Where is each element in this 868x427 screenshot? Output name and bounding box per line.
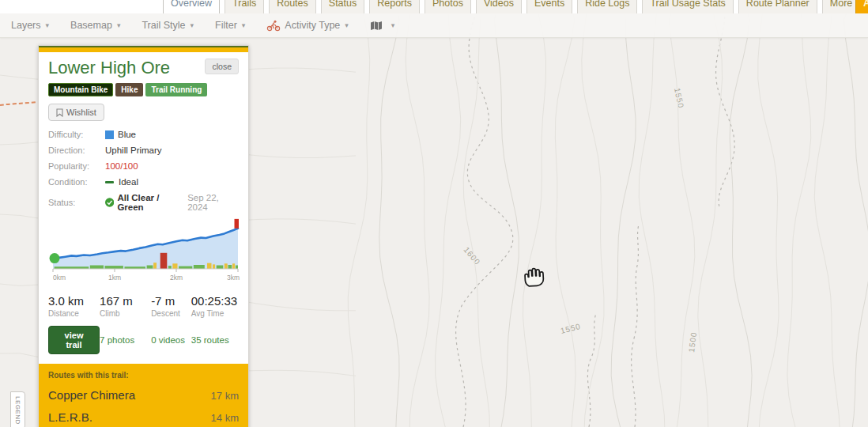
condition-ideal-icon (105, 181, 114, 183)
route-distance: 14 km (211, 412, 239, 424)
contour-elevation-label: 1500 (687, 331, 698, 353)
activity-type-label: Activity Type (285, 20, 340, 31)
detail-label: Status: (48, 198, 105, 207)
map-toolbar: Layers ▾ Basemap ▾ Trail Style ▾ Filter … (0, 13, 868, 38)
status-value: All Clear / Green (117, 193, 184, 212)
wishlist-button[interactable]: Wishlist (48, 104, 104, 121)
basemap-menu-label: Basemap (70, 20, 112, 31)
activity-tags: Mountain Bike Hike Trail Running (48, 83, 239, 96)
folded-map-icon (370, 21, 383, 31)
wishlist-label: Wishlist (66, 108, 96, 117)
tab-admin[interactable]: Admin (855, 0, 868, 13)
routes-section-heading: Routes with this trail: (48, 371, 239, 380)
chevron-down-icon: ▾ (242, 21, 246, 29)
view-trail-button[interactable]: view trail (48, 326, 100, 354)
page-tab-bar: Overview Trails Routes Status Reports Ph… (0, 0, 868, 13)
filter-menu-label: Filter (215, 20, 237, 31)
tab-ride-logs[interactable]: Ride Logs (577, 0, 637, 13)
routes-with-trail-section: Routes with this trail: Copper Chimera 1… (39, 364, 248, 427)
status-date: Sep 22, 2024 (187, 193, 239, 212)
trail-dashed-path (587, 313, 596, 427)
tab-routes[interactable]: Routes (269, 0, 316, 13)
detail-condition: Condition: Ideal (48, 177, 239, 187)
chevron-down-icon: ▾ (117, 21, 121, 29)
tab-overview[interactable]: Overview (163, 0, 220, 13)
detail-direction: Direction: Uphill Primary (48, 145, 239, 155)
svg-text:2km: 2km (170, 274, 183, 282)
route-row-copper-chimera[interactable]: Copper Chimera 17 km (48, 388, 239, 402)
trail-style-menu-label: Trail Style (142, 20, 185, 31)
detail-value: Ideal (119, 177, 138, 187)
chevron-down-icon: ▾ (345, 21, 349, 29)
trail-dashed-path (456, 0, 513, 427)
activity-type-menu[interactable]: Activity Type ▾ (266, 20, 348, 32)
tab-status[interactable]: Status (321, 0, 364, 13)
trail-actions: view trail 7 photos 0 videos 35 routes (48, 326, 239, 354)
trail-map-page: 1550 1600 1550 1500 Overview Trails Rout… (0, 0, 868, 427)
check-circle-icon (105, 198, 114, 207)
chevron-down-icon: ▾ (191, 21, 194, 29)
basemap-menu[interactable]: Basemap ▾ (70, 20, 120, 31)
tag-trail-running: Trail Running (145, 83, 207, 96)
detail-label: Difficulty: (48, 130, 105, 139)
tab-route-planner[interactable]: Route Planner (738, 0, 817, 13)
legend-label: LEGEND (14, 396, 21, 425)
tag-hike: Hike (115, 83, 143, 96)
detail-value: Blue (118, 130, 136, 139)
chevron-down-icon: ▾ (46, 21, 50, 29)
hand-grab-cursor (519, 262, 546, 292)
trail-orange-segment (0, 102, 36, 105)
difficulty-blue-square-icon (105, 130, 114, 139)
stat-climb: 167 m Climb (100, 294, 151, 318)
tab-photos[interactable]: Photos (425, 0, 471, 13)
legend-tab[interactable]: LEGEND (10, 391, 25, 427)
trail-details: Difficulty: Blue Direction: Uphill Prima… (48, 130, 239, 212)
mountain-biker-icon (266, 20, 281, 32)
detail-popularity: Popularity: 100/100 (48, 161, 239, 171)
close-button[interactable]: close (205, 59, 239, 74)
videos-link[interactable]: 0 videos (151, 335, 191, 345)
trail-dashed-path (632, 225, 639, 427)
map-style-menu[interactable]: ▾ (370, 21, 395, 31)
svg-text:0km: 0km (53, 274, 66, 282)
route-row-lerb[interactable]: L.E.R.B. 14 km (48, 410, 239, 424)
elevation-chart: 0km1km2km3km (48, 218, 239, 293)
tab-videos[interactable]: Videos (476, 0, 522, 13)
stat-distance: 3.0 km Distance (48, 294, 100, 318)
photos-link[interactable]: 7 photos (100, 335, 151, 345)
stat-avg-time: 00:25:33 Avg Time (191, 294, 239, 318)
route-name: Copper Chimera (48, 388, 135, 402)
trail-style-menu[interactable]: Trail Style ▾ (142, 20, 194, 31)
svg-text:3km: 3km (227, 274, 240, 282)
chevron-down-icon: ▾ (391, 21, 395, 29)
trail-title[interactable]: Lower High Ore (48, 59, 170, 77)
layers-menu[interactable]: Layers ▾ (11, 20, 49, 31)
detail-label: Direction: (48, 145, 105, 155)
layers-menu-label: Layers (11, 20, 41, 31)
contour-elevation-label: 1550 (673, 87, 685, 109)
card-accent-bar (39, 46, 248, 52)
detail-status: Status: All Clear / Green Sep 22, 2024 (48, 193, 239, 212)
tab-more-label: More (830, 0, 852, 9)
trail-stats: 3.0 km Distance 167 m Climb -7 m Descent… (48, 294, 239, 318)
tab-trails[interactable]: Trails (225, 0, 264, 13)
route-distance: 17 km (211, 390, 239, 402)
routes-link[interactable]: 35 routes (191, 335, 239, 345)
detail-value: Uphill Primary (105, 145, 162, 155)
tab-reports[interactable]: Reports (369, 0, 420, 13)
detail-label: Popularity: (48, 161, 105, 171)
stat-descent: -7 m Descent (151, 294, 191, 318)
detail-difficulty: Difficulty: Blue (48, 130, 239, 139)
detail-value: 100/100 (105, 161, 138, 171)
detail-label: Condition: (48, 177, 105, 187)
bookmark-icon (56, 108, 63, 117)
trail-popup-card: Lower High Ore close Mountain Bike Hike … (38, 45, 249, 427)
route-name: L.E.R.B. (48, 410, 92, 424)
tab-events[interactable]: Events (526, 0, 572, 13)
filter-menu[interactable]: Filter ▾ (215, 20, 245, 31)
svg-text:1km: 1km (108, 274, 121, 282)
tab-trail-usage-stats[interactable]: Trail Usage Stats (642, 0, 733, 13)
tag-mountain-bike: Mountain Bike (48, 83, 113, 96)
elevation-profile-svg: 0km1km2km3km (48, 218, 240, 289)
